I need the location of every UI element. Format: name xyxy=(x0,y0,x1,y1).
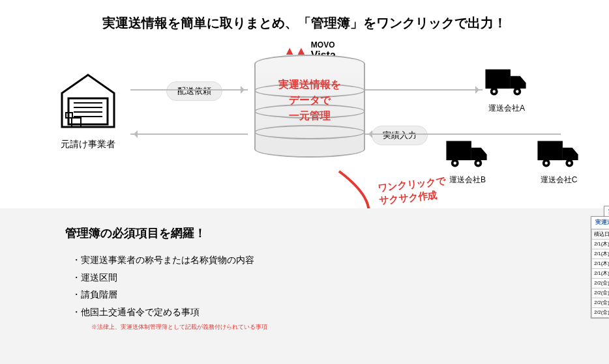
pill-actual: 実績入力 xyxy=(372,126,428,145)
carrier-a: 運送会社A xyxy=(483,64,531,114)
db-caption: 実運送情報を データで 一元管理 xyxy=(256,77,364,124)
table-row: 2/1(木)〇〇工場〜卸売店イ食料品 × b箱X運輸ー11-12〇〇 xyxy=(592,249,610,259)
table-row: 2/2(金)〇〇工場〜卸売店イ食料品 × t箱X運輸ー22-12〇〇 xyxy=(592,288,610,298)
svg-point-7 xyxy=(516,90,518,92)
table-row: 2/1(木)××工場〜倉庫ア食料品 × eケースB運輸2次請け11-14〇〇 xyxy=(592,269,610,279)
footnote: ※法律上、実運送体制管理簿として記載が義務付けられている事項 xyxy=(91,323,589,331)
svg-rect-13 xyxy=(537,141,562,161)
pill-request: 配送依頼 xyxy=(166,81,222,101)
list-item: 請負階層 xyxy=(72,286,589,303)
database-block: ▲▲ MOVO Vista 実運送情報を データで 一元管理 xyxy=(248,41,372,158)
carrier-c-label: 運送会社C xyxy=(535,175,583,186)
shipper-block: 元請け事業者 xyxy=(55,67,121,150)
table-cell: 2/1(木) xyxy=(592,259,610,269)
lower-panel: 管理簿の必須項目を網羅！ 実運送事業者の称号または名称貨物の内容 運送区間 請負… xyxy=(0,208,609,364)
table-row: 2/2(金)××工場〜卸売店イ食料品 × t箱C運輸3次請け22-14〇〇 xyxy=(592,308,610,318)
table-cell: 2/2(金) xyxy=(592,288,610,298)
table-row: 2/2(金)××工場〜倉庫ア食料品 × gケースC運輸ー22-13〇〇 xyxy=(592,298,610,308)
table-cell: 2/1(木) xyxy=(592,249,610,259)
list-item: 他国土交通省令で定める事項 xyxy=(72,303,589,321)
ledger-table: 積込日運送区間(仮)貨物の内容(仮)実運送トラック事業者の名称(仮)請負階層(仮… xyxy=(591,229,609,318)
svg-point-6 xyxy=(493,90,496,92)
table-a: 実運送体制管理簿（食料品メーカー甲社） 積込日運送区間(仮)貨物の内容(仮)実運… xyxy=(591,216,609,318)
carrier-c: 運送会社C xyxy=(535,135,583,186)
diagram-upper: 元請け事業者 配送依頼 実績入力 ▲▲ MOVO Vista 実運送情報を デー… xyxy=(0,41,609,197)
carrier-a-label: 運送会社A xyxy=(483,103,531,114)
headline: 実運送情報を簡単に取りまとめ、「管理簿」をワンクリックで出力！ xyxy=(0,0,609,41)
shipper-label: 元請け事業者 xyxy=(55,139,121,150)
list-item: 運送区間 xyxy=(72,269,589,287)
table-cell: 2/2(金) xyxy=(592,279,610,288)
svg-point-11 xyxy=(454,161,456,164)
list-item: 実運送事業者の称号または名称貨物の内容 xyxy=(72,251,589,269)
arrow-icon xyxy=(365,133,561,135)
truck-icon xyxy=(483,64,531,99)
svg-point-12 xyxy=(477,161,479,164)
lower-title: 管理簿の必須項目を網羅！ xyxy=(65,225,589,241)
carrier-b: 運送会社B xyxy=(443,135,492,186)
table-cell: 2/2(金) xyxy=(592,308,610,318)
table-cell: 2/1(木) xyxy=(592,269,610,279)
carrier-b-label: 運送会社B xyxy=(443,175,492,186)
arrow-icon xyxy=(365,89,483,91)
table-row: 2/1(木)〇〇工場〜小売店ア食料品 × tトンX運輸ー11-11〇〇 xyxy=(592,240,610,249)
truck-icon xyxy=(443,135,492,171)
warehouse-icon xyxy=(55,67,121,135)
svg-point-16 xyxy=(545,161,548,164)
svg-rect-8 xyxy=(446,141,471,161)
svg-point-17 xyxy=(568,161,571,164)
database-icon: 実運送情報を データで 一元管理 xyxy=(254,55,365,158)
table-cell: 2/1(木) xyxy=(592,240,610,249)
arrow-icon xyxy=(130,89,248,91)
table-row: 2/1(木)〇〇工場〜小売店ア食料品 × u個A運輸1次請け11-13〇〇 xyxy=(592,259,610,269)
bullet-list: 実運送事業者の称号または名称貨物の内容 運送区間 請負階層 他国土交通省令で定め… xyxy=(72,251,589,320)
table-header: 積込日 xyxy=(592,230,610,240)
svg-rect-1 xyxy=(72,118,81,127)
svg-rect-3 xyxy=(485,70,510,89)
truck-icon xyxy=(535,135,583,171)
arrow-icon xyxy=(130,133,248,135)
table-title: 実運送体制管理簿（食料品メーカー甲社） xyxy=(591,217,609,229)
table-row: 2/2(金)〇〇工場〜小売店ア食料品 × aトンX運輸ー22-11〇〇 xyxy=(592,279,610,288)
table-cell: 2/2(金) xyxy=(592,298,610,308)
